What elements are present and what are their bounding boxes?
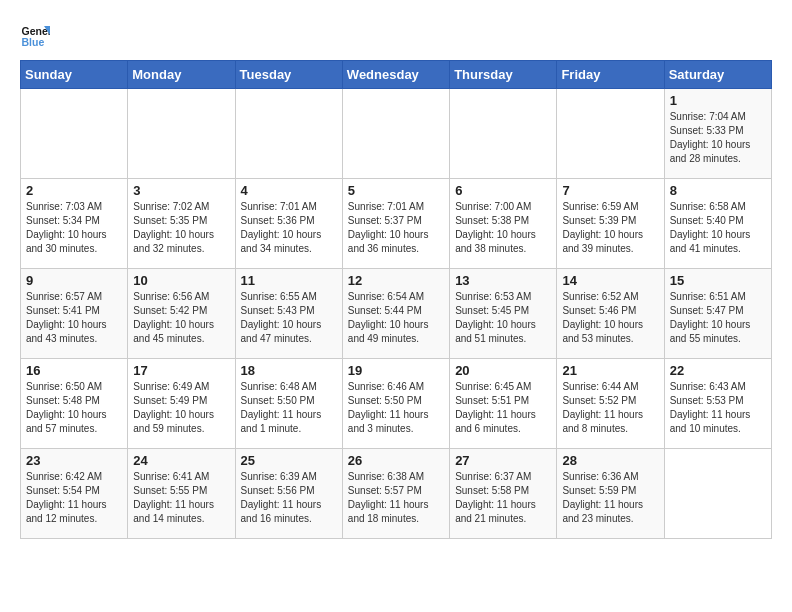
calendar-cell: 20Sunrise: 6:45 AM Sunset: 5:51 PM Dayli… bbox=[450, 359, 557, 449]
day-number: 14 bbox=[562, 273, 658, 288]
calendar-cell bbox=[450, 89, 557, 179]
cell-details: Sunrise: 6:57 AM Sunset: 5:41 PM Dayligh… bbox=[26, 290, 122, 346]
cell-details: Sunrise: 6:44 AM Sunset: 5:52 PM Dayligh… bbox=[562, 380, 658, 436]
cell-details: Sunrise: 6:49 AM Sunset: 5:49 PM Dayligh… bbox=[133, 380, 229, 436]
calendar-cell: 21Sunrise: 6:44 AM Sunset: 5:52 PM Dayli… bbox=[557, 359, 664, 449]
day-number: 15 bbox=[670, 273, 766, 288]
svg-text:Blue: Blue bbox=[22, 36, 45, 48]
calendar-header: SundayMondayTuesdayWednesdayThursdayFrid… bbox=[21, 61, 772, 89]
cell-details: Sunrise: 6:50 AM Sunset: 5:48 PM Dayligh… bbox=[26, 380, 122, 436]
calendar-cell: 19Sunrise: 6:46 AM Sunset: 5:50 PM Dayli… bbox=[342, 359, 449, 449]
week-row-1: 1Sunrise: 7:04 AM Sunset: 5:33 PM Daylig… bbox=[21, 89, 772, 179]
header: General Blue bbox=[20, 20, 772, 50]
calendar-cell bbox=[342, 89, 449, 179]
day-number: 20 bbox=[455, 363, 551, 378]
day-number: 24 bbox=[133, 453, 229, 468]
cell-details: Sunrise: 6:58 AM Sunset: 5:40 PM Dayligh… bbox=[670, 200, 766, 256]
day-number: 12 bbox=[348, 273, 444, 288]
week-row-5: 23Sunrise: 6:42 AM Sunset: 5:54 PM Dayli… bbox=[21, 449, 772, 539]
calendar-cell: 7Sunrise: 6:59 AM Sunset: 5:39 PM Daylig… bbox=[557, 179, 664, 269]
logo-icon: General Blue bbox=[20, 20, 50, 50]
day-number: 3 bbox=[133, 183, 229, 198]
calendar-cell bbox=[21, 89, 128, 179]
calendar-cell: 28Sunrise: 6:36 AM Sunset: 5:59 PM Dayli… bbox=[557, 449, 664, 539]
calendar-cell: 11Sunrise: 6:55 AM Sunset: 5:43 PM Dayli… bbox=[235, 269, 342, 359]
cell-details: Sunrise: 6:51 AM Sunset: 5:47 PM Dayligh… bbox=[670, 290, 766, 346]
calendar-cell bbox=[557, 89, 664, 179]
cell-details: Sunrise: 6:54 AM Sunset: 5:44 PM Dayligh… bbox=[348, 290, 444, 346]
day-number: 6 bbox=[455, 183, 551, 198]
day-number: 16 bbox=[26, 363, 122, 378]
logo: General Blue bbox=[20, 20, 50, 50]
day-header-tuesday: Tuesday bbox=[235, 61, 342, 89]
calendar-cell: 5Sunrise: 7:01 AM Sunset: 5:37 PM Daylig… bbox=[342, 179, 449, 269]
calendar-cell: 22Sunrise: 6:43 AM Sunset: 5:53 PM Dayli… bbox=[664, 359, 771, 449]
calendar-cell bbox=[235, 89, 342, 179]
day-number: 21 bbox=[562, 363, 658, 378]
cell-details: Sunrise: 6:37 AM Sunset: 5:58 PM Dayligh… bbox=[455, 470, 551, 526]
cell-details: Sunrise: 7:01 AM Sunset: 5:37 PM Dayligh… bbox=[348, 200, 444, 256]
calendar-cell: 16Sunrise: 6:50 AM Sunset: 5:48 PM Dayli… bbox=[21, 359, 128, 449]
calendar-cell: 1Sunrise: 7:04 AM Sunset: 5:33 PM Daylig… bbox=[664, 89, 771, 179]
calendar-cell: 2Sunrise: 7:03 AM Sunset: 5:34 PM Daylig… bbox=[21, 179, 128, 269]
calendar-cell: 8Sunrise: 6:58 AM Sunset: 5:40 PM Daylig… bbox=[664, 179, 771, 269]
week-row-3: 9Sunrise: 6:57 AM Sunset: 5:41 PM Daylig… bbox=[21, 269, 772, 359]
calendar-cell: 13Sunrise: 6:53 AM Sunset: 5:45 PM Dayli… bbox=[450, 269, 557, 359]
cell-details: Sunrise: 7:01 AM Sunset: 5:36 PM Dayligh… bbox=[241, 200, 337, 256]
calendar-cell: 4Sunrise: 7:01 AM Sunset: 5:36 PM Daylig… bbox=[235, 179, 342, 269]
week-row-2: 2Sunrise: 7:03 AM Sunset: 5:34 PM Daylig… bbox=[21, 179, 772, 269]
calendar-cell bbox=[664, 449, 771, 539]
day-number: 28 bbox=[562, 453, 658, 468]
calendar-cell: 3Sunrise: 7:02 AM Sunset: 5:35 PM Daylig… bbox=[128, 179, 235, 269]
cell-details: Sunrise: 6:52 AM Sunset: 5:46 PM Dayligh… bbox=[562, 290, 658, 346]
day-number: 5 bbox=[348, 183, 444, 198]
cell-details: Sunrise: 6:46 AM Sunset: 5:50 PM Dayligh… bbox=[348, 380, 444, 436]
day-number: 25 bbox=[241, 453, 337, 468]
cell-details: Sunrise: 6:39 AM Sunset: 5:56 PM Dayligh… bbox=[241, 470, 337, 526]
calendar-cell: 27Sunrise: 6:37 AM Sunset: 5:58 PM Dayli… bbox=[450, 449, 557, 539]
day-header-wednesday: Wednesday bbox=[342, 61, 449, 89]
calendar-cell: 10Sunrise: 6:56 AM Sunset: 5:42 PM Dayli… bbox=[128, 269, 235, 359]
calendar-cell: 14Sunrise: 6:52 AM Sunset: 5:46 PM Dayli… bbox=[557, 269, 664, 359]
cell-details: Sunrise: 6:36 AM Sunset: 5:59 PM Dayligh… bbox=[562, 470, 658, 526]
calendar-cell: 23Sunrise: 6:42 AM Sunset: 5:54 PM Dayli… bbox=[21, 449, 128, 539]
calendar-cell: 18Sunrise: 6:48 AM Sunset: 5:50 PM Dayli… bbox=[235, 359, 342, 449]
cell-details: Sunrise: 7:00 AM Sunset: 5:38 PM Dayligh… bbox=[455, 200, 551, 256]
day-number: 4 bbox=[241, 183, 337, 198]
day-header-monday: Monday bbox=[128, 61, 235, 89]
day-number: 7 bbox=[562, 183, 658, 198]
calendar-cell bbox=[128, 89, 235, 179]
week-row-4: 16Sunrise: 6:50 AM Sunset: 5:48 PM Dayli… bbox=[21, 359, 772, 449]
calendar-cell: 26Sunrise: 6:38 AM Sunset: 5:57 PM Dayli… bbox=[342, 449, 449, 539]
day-number: 11 bbox=[241, 273, 337, 288]
day-header-thursday: Thursday bbox=[450, 61, 557, 89]
calendar-cell: 15Sunrise: 6:51 AM Sunset: 5:47 PM Dayli… bbox=[664, 269, 771, 359]
calendar-cell: 24Sunrise: 6:41 AM Sunset: 5:55 PM Dayli… bbox=[128, 449, 235, 539]
calendar-cell: 12Sunrise: 6:54 AM Sunset: 5:44 PM Dayli… bbox=[342, 269, 449, 359]
day-number: 18 bbox=[241, 363, 337, 378]
calendar-cell: 6Sunrise: 7:00 AM Sunset: 5:38 PM Daylig… bbox=[450, 179, 557, 269]
day-number: 8 bbox=[670, 183, 766, 198]
calendar-cell: 25Sunrise: 6:39 AM Sunset: 5:56 PM Dayli… bbox=[235, 449, 342, 539]
day-number: 19 bbox=[348, 363, 444, 378]
cell-details: Sunrise: 7:02 AM Sunset: 5:35 PM Dayligh… bbox=[133, 200, 229, 256]
calendar-table: SundayMondayTuesdayWednesdayThursdayFrid… bbox=[20, 60, 772, 539]
day-number: 1 bbox=[670, 93, 766, 108]
day-number: 2 bbox=[26, 183, 122, 198]
cell-details: Sunrise: 6:55 AM Sunset: 5:43 PM Dayligh… bbox=[241, 290, 337, 346]
day-number: 23 bbox=[26, 453, 122, 468]
day-header-saturday: Saturday bbox=[664, 61, 771, 89]
day-number: 10 bbox=[133, 273, 229, 288]
cell-details: Sunrise: 6:45 AM Sunset: 5:51 PM Dayligh… bbox=[455, 380, 551, 436]
day-header-friday: Friday bbox=[557, 61, 664, 89]
day-number: 27 bbox=[455, 453, 551, 468]
day-number: 22 bbox=[670, 363, 766, 378]
day-header-sunday: Sunday bbox=[21, 61, 128, 89]
cell-details: Sunrise: 6:42 AM Sunset: 5:54 PM Dayligh… bbox=[26, 470, 122, 526]
calendar-cell: 17Sunrise: 6:49 AM Sunset: 5:49 PM Dayli… bbox=[128, 359, 235, 449]
cell-details: Sunrise: 6:53 AM Sunset: 5:45 PM Dayligh… bbox=[455, 290, 551, 346]
cell-details: Sunrise: 6:59 AM Sunset: 5:39 PM Dayligh… bbox=[562, 200, 658, 256]
cell-details: Sunrise: 7:04 AM Sunset: 5:33 PM Dayligh… bbox=[670, 110, 766, 166]
day-number: 26 bbox=[348, 453, 444, 468]
cell-details: Sunrise: 6:43 AM Sunset: 5:53 PM Dayligh… bbox=[670, 380, 766, 436]
